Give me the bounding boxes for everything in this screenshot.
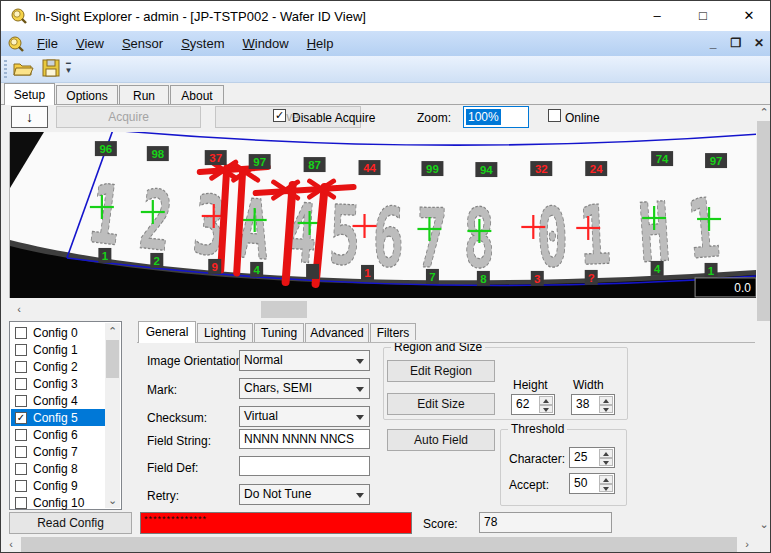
read-config-button[interactable]: Read Config (9, 512, 132, 534)
page-vscroll-thumb[interactable] (757, 121, 771, 321)
spin-up-icon[interactable] (599, 449, 613, 458)
maximize-button[interactable]: □ (680, 1, 726, 30)
online-checkbox[interactable] (548, 109, 561, 122)
config-checkbox[interactable] (15, 344, 27, 356)
image-hscrollbar[interactable]: ‹ (9, 301, 756, 318)
tab-about[interactable]: About (170, 85, 224, 105)
config-checkbox[interactable] (15, 378, 27, 390)
config-checkbox[interactable] (15, 429, 27, 441)
edit-region-button[interactable]: Edit Region (387, 360, 495, 382)
scroll-left-icon[interactable]: ‹ (11, 301, 27, 317)
checksum-combobox[interactable]: Virtual (239, 406, 370, 427)
menu-window[interactable]: Window (233, 31, 297, 56)
config-checkbox[interactable] (15, 480, 27, 492)
config-checkbox[interactable] (15, 395, 27, 407)
height-stepper[interactable]: 62 (511, 394, 555, 415)
open-folder-icon (12, 58, 34, 78)
page-vscrollbar[interactable]: ⌃ ⌄ (756, 104, 771, 533)
menu-sensor[interactable]: Sensor (113, 31, 172, 56)
tab-setup[interactable]: Setup (4, 83, 55, 105)
disable-acquire-checkbox[interactable]: ✓ (273, 109, 286, 122)
tab-lighting[interactable]: Lighting (197, 323, 253, 342)
spin-up-icon[interactable] (599, 475, 613, 484)
config-list-item[interactable]: Config 6 (11, 426, 105, 443)
save-job-button[interactable] (39, 58, 63, 80)
config-vscrollbar[interactable]: ⌃ ⌄ (105, 323, 120, 508)
scroll-right-icon[interactable]: › (739, 536, 755, 552)
retry-combobox[interactable]: Do Not Tune (239, 484, 370, 505)
config-list-item[interactable]: Config 3 (11, 375, 105, 392)
field-string-label: Field String: (147, 434, 211, 448)
width-label: Width (573, 378, 604, 392)
config-list-item[interactable]: Config 10 (11, 494, 105, 511)
mdi-minimize-button[interactable]: _ (704, 34, 722, 52)
menu-view[interactable]: View (67, 31, 113, 56)
mark-label: Mark: (147, 383, 177, 397)
svg-text:24: 24 (590, 163, 603, 175)
mdi-restore-button[interactable]: ❐ (727, 34, 745, 52)
config-list-item[interactable]: Config 7 (11, 443, 105, 460)
config-list-item[interactable]: Config 9 (11, 477, 105, 494)
spin-down-icon[interactable] (599, 458, 613, 467)
threshold-group-label: Threshold (508, 422, 567, 436)
spin-up-icon[interactable] (599, 396, 613, 405)
scroll-up-icon[interactable]: ⌃ (756, 104, 771, 120)
character-threshold-label: Character: (509, 452, 565, 466)
spin-down-icon[interactable] (599, 484, 613, 493)
wafer-image-view[interactable]: 123A4567801H1969837978744999432247497129… (9, 132, 756, 298)
accept-threshold-stepper[interactable]: 50 (569, 473, 615, 494)
character-threshold-stepper[interactable]: 25 (569, 447, 615, 468)
config-list-item[interactable]: Config 0 (11, 324, 105, 341)
toolbar-overflow-button[interactable]: ━▼ (63, 60, 74, 74)
open-job-button[interactable] (11, 58, 35, 80)
down-arrow-icon: ↓ (26, 109, 33, 125)
page-hscroll-thumb[interactable] (21, 537, 737, 552)
page-hscrollbar[interactable]: ‹ › (1, 536, 756, 553)
config-checkbox[interactable] (15, 463, 27, 475)
close-button[interactable]: ✕ (726, 1, 771, 30)
app-icon (11, 8, 27, 24)
config-checkbox[interactable]: ✓ (15, 412, 27, 424)
scroll-left-icon[interactable]: ‹ (3, 536, 19, 552)
minimize-button[interactable]: – (634, 1, 680, 30)
field-string-input[interactable]: NNNN NNNN NNCS (239, 429, 370, 449)
config-list-item[interactable]: ✓Config 5 (11, 409, 105, 426)
config-scroll-up-icon[interactable]: ⌃ (105, 323, 120, 339)
readout-value: 0.0 (734, 281, 751, 295)
tab-tuning[interactable]: Tuning (254, 323, 304, 342)
config-checkbox[interactable] (15, 327, 27, 339)
tab-advanced[interactable]: Advanced (305, 323, 369, 342)
spin-down-icon[interactable] (599, 405, 613, 414)
config-list-item[interactable]: Config 4 (11, 392, 105, 409)
scroll-down-icon[interactable]: ⌄ (756, 516, 771, 532)
mark-combobox[interactable]: Chars, SEMI (239, 378, 370, 399)
zoom-combobox[interactable]: 100% (463, 106, 529, 128)
config-scroll-down-icon[interactable]: ⌄ (105, 492, 120, 508)
title-bar: In-Sight Explorer - admin - [JP-TSTP002 … (1, 1, 770, 31)
spin-up-icon[interactable] (539, 396, 553, 405)
config-label: Config 0 (33, 326, 78, 340)
config-checkbox[interactable] (15, 361, 27, 373)
field-def-input[interactable] (239, 456, 370, 476)
menu-file[interactable]: File (28, 31, 67, 56)
config-checkbox[interactable] (15, 497, 27, 509)
config-list-item[interactable]: Config 2 (11, 358, 105, 375)
tab-options[interactable]: Options (56, 85, 118, 105)
edit-size-button[interactable]: Edit Size (387, 393, 495, 415)
spin-down-icon[interactable] (539, 405, 553, 414)
config-vscroll-thumb[interactable] (106, 340, 119, 378)
image-orientation-combobox[interactable]: Normal (239, 350, 370, 371)
acquire-dropdown-button[interactable]: ↓ (11, 106, 48, 128)
menu-help[interactable]: Help (298, 31, 343, 56)
config-checkbox[interactable] (15, 446, 27, 458)
tab-run[interactable]: Run (119, 85, 169, 105)
acquire-button[interactable]: Acquire (56, 106, 201, 128)
image-hscroll-thumb[interactable] (261, 301, 307, 318)
config-list-item[interactable]: Config 1 (11, 341, 105, 358)
width-stepper[interactable]: 38 (571, 394, 615, 415)
auto-field-button[interactable]: Auto Field (387, 429, 495, 451)
menu-system[interactable]: System (172, 31, 233, 56)
mdi-close-button[interactable]: ✕ (750, 34, 768, 52)
tab-general[interactable]: General (138, 321, 196, 343)
config-list-item[interactable]: Config 8 (11, 460, 105, 477)
